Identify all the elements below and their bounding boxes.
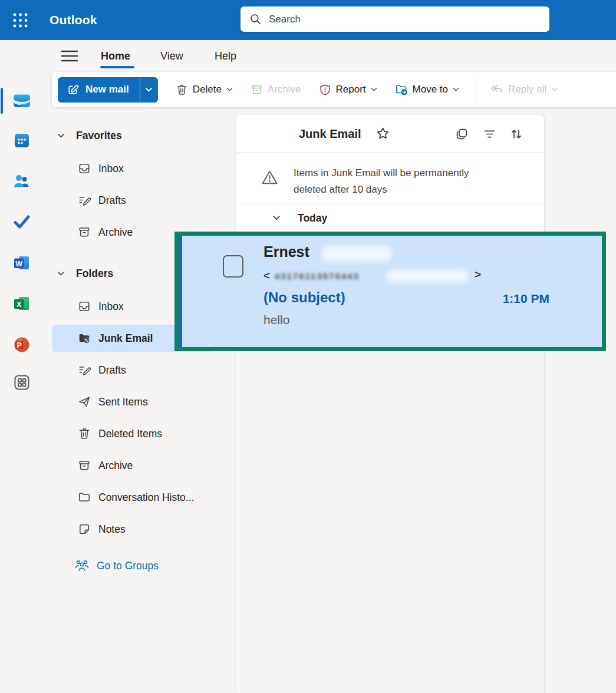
tab-help[interactable]: Help [215, 46, 236, 66]
folder-icon [77, 491, 91, 504]
sidebar-item-fav-archive[interactable]: Archive [77, 216, 133, 248]
top-app-bar: Outlook [0, 0, 616, 40]
rail-item-more-apps[interactable] [9, 369, 35, 395]
sidebar-item-fav-inbox[interactable]: Inbox [77, 153, 124, 184]
go-to-groups-link[interactable]: Go to Groups [74, 553, 159, 578]
note-icon [77, 523, 91, 536]
rail-selected-indicator [1, 88, 3, 114]
rail-item-outlook-mail[interactable] [9, 88, 35, 114]
highlighted-email-item[interactable]: Ernest < 43176113570443 > (No subject) 1… [174, 232, 606, 351]
app-title: Outlook [50, 0, 97, 40]
reply-all-icon [489, 84, 503, 95]
redacted-address-blob [386, 270, 469, 283]
delete-button[interactable]: Delete [176, 84, 233, 96]
app-launcher-button[interactable] [7, 7, 33, 33]
reply-all-button[interactable]: Reply all [489, 84, 558, 95]
svg-text:W: W [15, 260, 22, 268]
archive-icon [77, 226, 91, 239]
select-all-icon[interactable] [455, 127, 469, 141]
rail-item-people[interactable] [9, 168, 35, 194]
chevron-down-icon [57, 271, 65, 276]
sidebar-item-drafts[interactable]: Drafts [77, 354, 126, 386]
sidebar-item-archive[interactable]: Archive [77, 450, 133, 481]
folders-section-header[interactable]: Folders [57, 263, 113, 284]
angle-close: > [475, 268, 481, 281]
archive-button[interactable]: Archive [251, 84, 301, 96]
search-icon [249, 13, 262, 25]
people-icon [12, 172, 31, 190]
tab-home[interactable]: Home [101, 46, 130, 66]
redacted-address-text: 43176113570443 [275, 271, 360, 281]
app-rail: W X P [0, 40, 43, 693]
sidebar-item-sent-items[interactable]: Sent Items [77, 386, 148, 418]
hamburger-menu-button[interactable] [59, 47, 80, 65]
rail-item-calendar[interactable] [9, 127, 35, 153]
junk-retention-notice: Items in Junk Email will be permanently … [236, 153, 544, 204]
move-to-button[interactable]: Move to [395, 83, 459, 96]
junk-folder-icon [77, 332, 91, 345]
trash-icon [77, 427, 91, 440]
folder-title: Junk Email [299, 115, 361, 153]
search-input[interactable] [269, 14, 516, 25]
sidebar-item-conversation-history[interactable]: Conversation Histo... [77, 481, 194, 513]
chevron-down-icon [453, 87, 459, 92]
word-icon: W [12, 253, 31, 272]
message-list-top: Junk Email [236, 115, 544, 232]
powerpoint-icon: P [12, 335, 31, 354]
warning-triangle-icon [261, 169, 278, 185]
message-list-header: Junk Email [236, 115, 544, 153]
sidebar-item-inbox[interactable]: Inbox [77, 291, 124, 322]
star-icon[interactable] [375, 126, 390, 141]
chevron-down-icon [226, 87, 233, 92]
chevron-down-icon [57, 133, 65, 138]
inbox-icon [77, 300, 91, 313]
email-checkbox[interactable] [223, 255, 243, 278]
hamburger-icon [61, 49, 78, 63]
archive-icon [251, 84, 263, 96]
sidebar-item-notes[interactable]: Notes [77, 513, 126, 545]
search-bar[interactable] [241, 6, 549, 32]
sidebar-item-fav-drafts[interactable]: Drafts [77, 184, 126, 216]
sidebar-item-deleted-items[interactable]: Deleted Items [77, 418, 162, 450]
new-mail-button[interactable]: New mail [58, 77, 158, 103]
email-preview: hello [263, 313, 289, 327]
notice-text: Items in Junk Email will be permanently … [294, 165, 469, 198]
date-group-row: Today [236, 204, 544, 232]
chevron-down-icon [145, 87, 153, 93]
redacted-sender-blob [322, 246, 391, 262]
rail-item-to-do[interactable] [9, 209, 35, 235]
svg-text:P: P [17, 341, 22, 349]
new-mail-main[interactable]: New mail [58, 77, 140, 103]
inbox-icon [77, 162, 91, 175]
groups-icon [74, 559, 90, 573]
email-subject: (No subject) [263, 289, 345, 306]
drafts-pencil-icon [77, 194, 91, 207]
outlook-mail-icon [12, 91, 32, 111]
filter-icon[interactable] [483, 127, 496, 141]
to-do-check-icon [12, 213, 31, 230]
message-list-pane: Junk Email [236, 115, 545, 693]
new-mail-dropdown[interactable] [140, 77, 158, 103]
email-time: 1:10 PM [503, 292, 549, 306]
sidebar-item-junk-email[interactable]: Junk Email [77, 322, 153, 354]
move-to-folder-icon [395, 83, 408, 96]
favorites-section-header[interactable]: Favorites [57, 125, 122, 146]
rail-item-powerpoint[interactable]: P [9, 332, 35, 358]
chevron-down-icon[interactable] [272, 215, 281, 221]
excel-icon: X [12, 294, 31, 313]
send-plane-icon [77, 395, 91, 408]
angle-open: < [263, 269, 270, 282]
selection-indicator-bar [179, 236, 182, 347]
report-shield-icon [319, 84, 331, 96]
ribbon-toolbar: New mail Delete Archive [52, 72, 616, 107]
rail-item-word[interactable]: W [9, 250, 35, 276]
archive-icon [77, 459, 91, 472]
tab-view[interactable]: View [160, 46, 183, 66]
chevron-down-icon [551, 87, 558, 92]
toolbar-divider [476, 78, 476, 101]
email-sender: Ernest [263, 243, 309, 260]
drafts-pencil-icon [77, 364, 91, 377]
report-button[interactable]: Report [319, 84, 377, 96]
rail-item-excel[interactable]: X [9, 291, 35, 316]
sort-icon[interactable] [509, 127, 523, 141]
